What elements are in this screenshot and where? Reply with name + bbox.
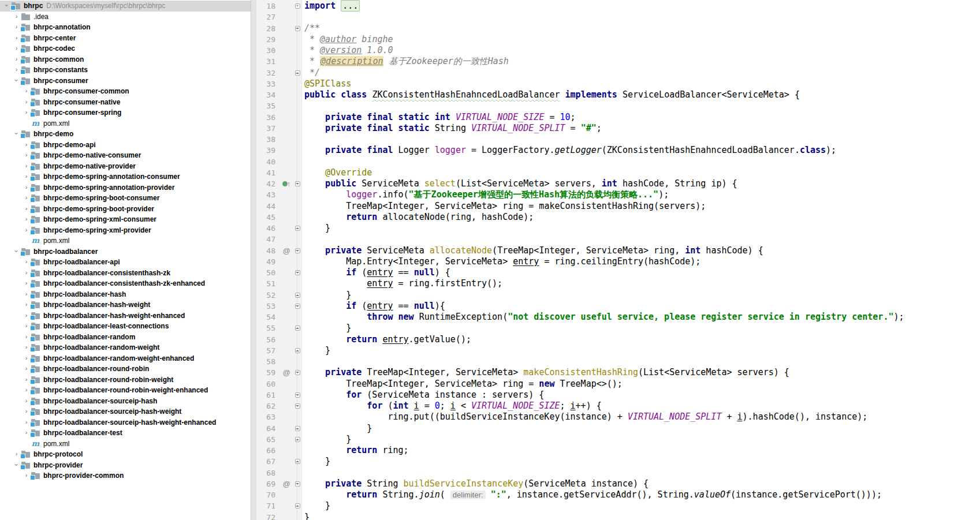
line-number[interactable]: 63 <box>256 411 280 422</box>
chevron-collapsed-icon[interactable]: › <box>12 22 21 33</box>
chevron-collapsed-icon[interactable]: › <box>12 54 21 65</box>
tree-item-bhrpc-center[interactable]: ›bhrpc-center <box>0 33 251 44</box>
fold-start-icon[interactable] <box>295 248 300 253</box>
code-text[interactable]: * @version 1.0.0 <box>301 45 393 56</box>
tree-item-bhrpc-loadbalancer-round-robin[interactable]: ›bhrpc-loadbalancer-round-robin <box>0 364 251 375</box>
tree-item-bhrpc-annotation[interactable]: ›bhrpc-annotation <box>0 22 251 33</box>
line-number[interactable]: 32 <box>256 68 280 78</box>
code-text[interactable] <box>301 356 304 367</box>
tree-item-bhrpc-loadbalancer-consistenthash-zk[interactable]: ›bhrpc-loadbalancer-consistenthash-zk <box>0 268 251 279</box>
line-number[interactable]: 61 <box>256 390 280 401</box>
line-number[interactable]: 38 <box>256 134 280 145</box>
chevron-collapsed-icon[interactable]: › <box>12 449 21 460</box>
code-text[interactable] <box>301 156 304 167</box>
code-text[interactable]: * @description 基于Zookeeper的一致性Hash <box>301 56 509 67</box>
fold-end-icon[interactable] <box>295 459 300 464</box>
code-text[interactable]: @Override <box>301 167 372 178</box>
chevron-collapsed-icon[interactable]: › <box>22 86 31 97</box>
line-number[interactable]: 56 <box>256 334 280 345</box>
code-text[interactable]: private final static String VIRTUAL_NODE… <box>301 123 602 134</box>
chevron-collapsed-icon[interactable]: › <box>12 12 21 23</box>
tree-item-bhrpc-demo-spring-annotation-consumer[interactable]: ›bhrpc-demo-spring-annotation-consumer <box>0 171 251 182</box>
line-number[interactable]: 72 <box>256 512 280 520</box>
line-number[interactable]: 42 <box>256 178 280 189</box>
line-number[interactable]: 41 <box>256 167 280 178</box>
line-number[interactable]: 49 <box>256 256 280 267</box>
code-text[interactable]: * @author binghe <box>301 34 393 45</box>
overriding-method-icon[interactable]: ↑ <box>282 181 290 188</box>
code-text[interactable]: public ServiceMeta select(List<ServiceMe… <box>301 178 737 189</box>
line-number[interactable]: 51 <box>256 278 280 289</box>
tree-item-pom.xml[interactable]: mpom.xml <box>0 439 251 450</box>
tree-item-bhrpc-protocol[interactable]: ›bhrpc-protocol <box>0 449 251 460</box>
code-text[interactable]: for (ServiceMeta instance : servers) { <box>301 390 544 401</box>
line-number[interactable]: 45 <box>256 212 280 223</box>
line-number[interactable]: 65 <box>256 434 280 445</box>
line-number[interactable]: 50 <box>256 267 280 278</box>
code-text[interactable]: @SPIClass <box>301 78 351 89</box>
tree-item-bhrpc-loadbalancer-hash-weight[interactable]: ›bhrpc-loadbalancer-hash-weight <box>0 300 251 310</box>
chevron-collapsed-icon[interactable]: › <box>22 97 31 108</box>
code-text[interactable]: } <box>301 423 372 434</box>
tree-item-.idea[interactable]: ›.idea <box>0 12 251 23</box>
chevron-collapsed-icon[interactable]: › <box>22 182 31 193</box>
chevron-collapsed-icon[interactable]: › <box>22 171 31 182</box>
line-number[interactable]: 62 <box>256 401 280 411</box>
code-text[interactable]: logger.info("基于Zookeeper增强型的一致性Hash算法的负载… <box>301 189 669 200</box>
code-text[interactable]: /** <box>301 23 320 34</box>
tree-item-bhrpc-common[interactable]: ›bhrpc-common <box>0 54 251 65</box>
code-text[interactable]: private final static int VIRTUAL_NODE_SI… <box>301 112 576 123</box>
code-text[interactable]: TreeMap<Integer, ServiceMeta> ring = new… <box>301 379 623 390</box>
tree-item-bhrpc-demo-spring-xml-consumer[interactable]: ›bhrpc-demo-spring-xml-consumer <box>0 214 251 225</box>
chevron-expanded-icon[interactable]: › <box>12 460 21 471</box>
chevron-collapsed-icon[interactable]: › <box>12 43 21 54</box>
code-text[interactable]: } <box>301 223 330 234</box>
fold-start-icon[interactable] <box>295 370 300 375</box>
tree-item-pom.xml[interactable]: mpom.xml <box>0 235 251 246</box>
fold-end-icon[interactable] <box>295 426 300 431</box>
line-number[interactable]: 60 <box>256 379 280 390</box>
fold-start-icon[interactable] <box>295 481 300 487</box>
line-number[interactable]: 46 <box>256 223 280 234</box>
chevron-collapsed-icon[interactable]: › <box>22 300 31 310</box>
fold-start-icon[interactable] <box>295 392 300 398</box>
line-number[interactable]: 37 <box>256 123 280 134</box>
tree-item-bhrpc-loadbalancer-sourceip-hash-weight-enhanced[interactable]: ›bhrpc-loadbalancer-sourceip-hash-weight… <box>0 417 251 428</box>
code-text[interactable]: private final Logger logger = LoggerFact… <box>301 145 836 156</box>
tree-item-bhrpc-provider[interactable]: ›bhrpc-provider <box>0 460 251 471</box>
line-number[interactable]: 29 <box>256 34 280 45</box>
code-text[interactable]: return String.join( delimiter: ":", inst… <box>301 489 882 500</box>
fold-start-icon[interactable] <box>295 181 300 186</box>
fold-start-icon[interactable] <box>295 304 300 309</box>
tree-item-bhrpc-codec[interactable]: ›bhrpc-codec <box>0 43 251 54</box>
chevron-collapsed-icon[interactable]: › <box>22 257 31 268</box>
line-number[interactable]: 27 <box>256 12 280 23</box>
line-number[interactable]: 64 <box>256 423 280 434</box>
line-number[interactable]: 36 <box>256 112 280 123</box>
chevron-collapsed-icon[interactable]: › <box>22 204 31 215</box>
tree-item-bhrpc-demo[interactable]: ›bhrpc-demo <box>0 129 251 140</box>
chevron-collapsed-icon[interactable]: › <box>22 289 31 300</box>
code-text[interactable]: if (entry == null){ <box>301 301 445 312</box>
code-text[interactable] <box>301 467 304 478</box>
tree-item-bhrpc-demo-spring-boot-provider[interactable]: ›bhrpc-demo-spring-boot-provider <box>0 204 251 215</box>
line-number[interactable]: 35 <box>256 100 280 111</box>
fold-expand-icon[interactable]: + <box>295 3 300 9</box>
fold-start-icon[interactable] <box>295 270 300 275</box>
line-number[interactable]: 66 <box>256 445 280 456</box>
tree-item-bhrpc[interactable]: ›bhrpcD:\Workspaces\myself\rpc\bhrpc\bhr… <box>0 1 251 12</box>
line-number[interactable]: 31 <box>256 56 280 67</box>
chevron-collapsed-icon[interactable]: › <box>22 268 31 279</box>
tree-item-bhrpc-loadbalancer[interactable]: ›bhrpc-loadbalancer <box>0 246 251 257</box>
chevron-collapsed-icon[interactable]: › <box>22 428 31 439</box>
annotation-at-icon[interactable]: @ <box>282 367 290 378</box>
fold-end-icon[interactable] <box>295 293 300 298</box>
annotation-at-icon[interactable]: @ <box>282 245 290 256</box>
fold-end-icon[interactable] <box>295 503 300 508</box>
code-text[interactable]: } <box>301 434 351 445</box>
chevron-collapsed-icon[interactable]: › <box>22 375 31 386</box>
line-number[interactable]: 70 <box>256 489 280 500</box>
code-text[interactable]: */ <box>301 68 320 78</box>
chevron-collapsed-icon[interactable]: › <box>22 396 31 407</box>
fold-end-icon[interactable] <box>295 226 300 231</box>
